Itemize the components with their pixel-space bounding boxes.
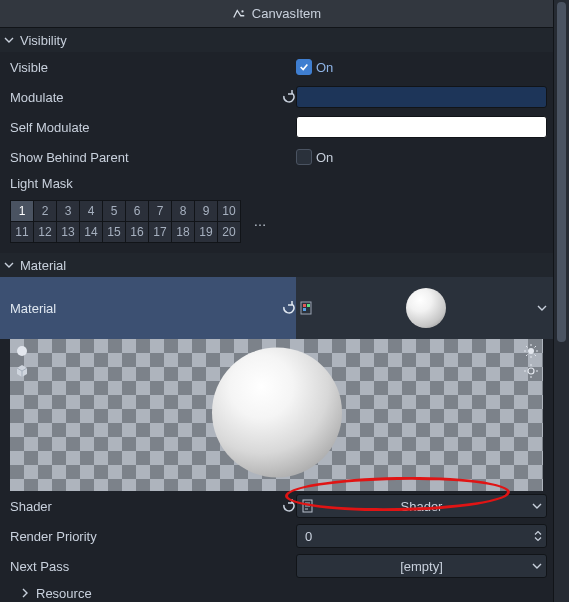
- light-mask-more-button[interactable]: …: [249, 211, 271, 233]
- inspector-class-header: CanvasItem: [0, 0, 553, 28]
- light-mask-editor: 1234567891011121314151617181920 …: [10, 200, 543, 243]
- light-mask-bit[interactable]: 2: [34, 201, 56, 221]
- property-show-behind-parent: Show Behind Parent On: [0, 142, 553, 172]
- property-modulate: Modulate: [0, 82, 553, 112]
- modulate-color[interactable]: [296, 86, 547, 108]
- property-label: Modulate: [10, 90, 280, 105]
- light-mask-bit[interactable]: 14: [80, 222, 102, 242]
- ellipsis-icon: …: [254, 214, 267, 229]
- property-label: Self Modulate: [10, 120, 280, 135]
- shader-value: Shader: [401, 499, 443, 514]
- property-light-mask-label-row: Light Mask: [0, 172, 553, 194]
- spinbox-arrows-icon: [534, 531, 542, 542]
- vertical-scrollbar[interactable]: [553, 0, 569, 602]
- light-mask-bit[interactable]: 1: [11, 201, 33, 221]
- material-preview[interactable]: [10, 339, 543, 491]
- property-render-priority: Render Priority 0: [0, 521, 553, 551]
- subsection-title: Resource: [36, 586, 92, 601]
- property-label: Show Behind Parent: [10, 150, 280, 165]
- property-label: Light Mask: [10, 176, 280, 191]
- svg-point-0: [241, 10, 243, 12]
- light-mask-bit[interactable]: 19: [195, 222, 217, 242]
- light-mask-bit[interactable]: 3: [57, 201, 79, 221]
- property-label: Next Pass: [10, 559, 280, 574]
- light-mask-bit[interactable]: 13: [57, 222, 79, 242]
- svg-line-13: [526, 355, 528, 357]
- chevron-down-icon: [4, 260, 14, 270]
- svg-rect-3: [307, 304, 310, 307]
- chevron-down-icon: [537, 303, 547, 313]
- svg-line-14: [535, 346, 537, 348]
- next-pass-resource-picker[interactable]: [empty]: [296, 554, 547, 578]
- revert-button[interactable]: [280, 499, 296, 513]
- property-label: Render Priority: [10, 529, 280, 544]
- property-label: Shader: [10, 499, 280, 514]
- light-mask-bit[interactable]: 20: [218, 222, 240, 242]
- light-mask-bit[interactable]: 4: [80, 201, 102, 221]
- section-visibility-header[interactable]: Visibility: [0, 28, 553, 52]
- checkbox-label: On: [316, 60, 333, 75]
- preview-box-mode-icon[interactable]: [14, 363, 30, 379]
- property-label: Visible: [10, 60, 280, 75]
- light-mask-bit[interactable]: 12: [34, 222, 56, 242]
- light-mask-bit[interactable]: 7: [149, 201, 171, 221]
- material-preview-thumb: [406, 288, 446, 328]
- subsection-resource[interactable]: Resource: [0, 581, 553, 602]
- render-priority-spinbox[interactable]: 0: [296, 524, 547, 548]
- preview-sphere-mode-icon[interactable]: [14, 343, 30, 359]
- svg-point-5: [17, 346, 27, 356]
- svg-point-15: [528, 368, 534, 374]
- preview-light1-icon[interactable]: [523, 343, 539, 359]
- property-material: Material: [0, 277, 553, 339]
- section-title: Material: [20, 258, 66, 273]
- self-modulate-color[interactable]: [296, 116, 547, 138]
- light-mask-bit[interactable]: 6: [126, 201, 148, 221]
- material-resource-picker[interactable]: [296, 277, 553, 339]
- property-label: Material: [10, 301, 280, 316]
- light-mask-bit[interactable]: 16: [126, 222, 148, 242]
- shader-file-icon: [301, 499, 315, 513]
- svg-line-12: [535, 355, 537, 357]
- checkbox-label: On: [316, 150, 333, 165]
- svg-line-11: [526, 346, 528, 348]
- next-pass-value: [empty]: [400, 559, 443, 574]
- svg-rect-4: [303, 308, 306, 311]
- chevron-down-icon: [4, 35, 14, 45]
- light-mask-bit[interactable]: 5: [103, 201, 125, 221]
- chevron-down-icon: [532, 501, 542, 511]
- light-mask-bit[interactable]: 9: [195, 201, 217, 221]
- chevron-right-icon: [20, 588, 30, 598]
- class-title: CanvasItem: [252, 6, 321, 21]
- visible-checkbox[interactable]: [296, 59, 312, 75]
- light-mask-bit[interactable]: 17: [149, 222, 171, 242]
- revert-button[interactable]: [280, 90, 296, 104]
- section-title: Visibility: [20, 33, 67, 48]
- property-shader: Shader Shader: [0, 491, 553, 521]
- section-material-header[interactable]: Material: [0, 253, 553, 277]
- light-mask-bit[interactable]: 15: [103, 222, 125, 242]
- property-visible: Visible On: [0, 52, 553, 82]
- light-mask-bit[interactable]: 10: [218, 201, 240, 221]
- chevron-down-icon: [532, 561, 542, 571]
- render-priority-value: 0: [305, 529, 312, 544]
- preview-sphere: [212, 347, 342, 477]
- revert-button[interactable]: [280, 301, 296, 315]
- light-mask-bit[interactable]: 8: [172, 201, 194, 221]
- show-behind-checkbox[interactable]: [296, 149, 312, 165]
- shader-resource-picker[interactable]: Shader: [296, 494, 547, 518]
- svg-point-6: [528, 348, 534, 354]
- canvasitem-icon: [232, 7, 246, 21]
- preview-light2-icon[interactable]: [523, 363, 539, 379]
- property-next-pass: Next Pass [empty]: [0, 551, 553, 581]
- resource-file-icon: [300, 301, 314, 315]
- property-self-modulate: Self Modulate: [0, 112, 553, 142]
- light-mask-bit[interactable]: 18: [172, 222, 194, 242]
- svg-rect-2: [303, 304, 306, 307]
- light-mask-bit[interactable]: 11: [11, 222, 33, 242]
- scrollbar-thumb[interactable]: [557, 2, 566, 342]
